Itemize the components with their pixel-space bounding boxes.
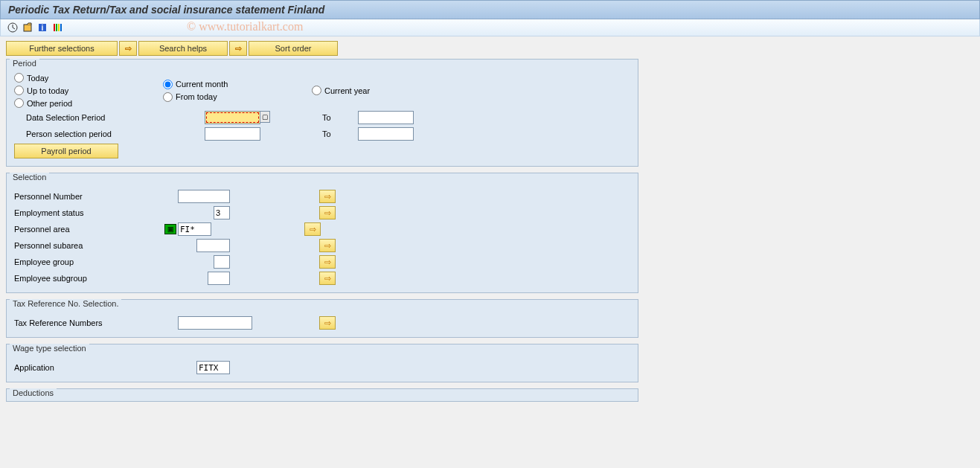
employment-status-label: Employment status	[14, 208, 178, 217]
radio-up-to-today[interactable]: Up to today	[14, 86, 133, 95]
selection-group: Selection Personnel Number ⇨ Employment …	[6, 173, 638, 293]
personnel-subarea-label: Personnel subarea	[14, 241, 178, 250]
personnel-number-multi-button[interactable]: ⇨	[319, 190, 336, 203]
application-label: Application	[14, 363, 178, 372]
period-group-title: Period	[10, 59, 39, 68]
employment-status-input[interactable]	[214, 206, 230, 219]
get-variant-icon[interactable]	[22, 22, 33, 33]
taxref-group: Tax Reference No. Selection. Tax Referen…	[6, 299, 638, 338]
further-selections-label: Further selections	[29, 44, 94, 53]
sort-order-button[interactable]: Sort order	[249, 41, 338, 56]
selection-group-title: Selection	[10, 173, 49, 182]
further-selections-button[interactable]: Further selections	[6, 41, 118, 56]
f4-help-icon[interactable]: ▢	[260, 111, 270, 123]
personnel-area-label: Personnel area	[14, 225, 164, 234]
personnel-area-multi-button[interactable]: ⇨	[304, 222, 321, 236]
personnel-area-input[interactable]	[178, 222, 211, 236]
svg-rect-3	[24, 25, 31, 31]
execute-icon[interactable]	[7, 22, 19, 33]
watermark-text: © www.tutorialkart.com	[187, 20, 303, 33]
selection-indicator-icon[interactable]: ▣	[164, 224, 176, 234]
title-bar: Periodic Tax Return/Tax and social insur…	[0, 0, 980, 19]
app-toolbar: i © www.tutorialkart.com	[0, 19, 980, 36]
wagetype-group: Wage type selection Application	[6, 344, 638, 382]
employee-group-input[interactable]	[214, 255, 230, 269]
arrow-right-icon: ⇨	[125, 44, 132, 54]
sort-order-arrow-button[interactable]: ⇨	[229, 41, 247, 56]
radio-other-period[interactable]: Other period	[14, 98, 133, 108]
to-label-1: To	[322, 113, 352, 122]
info-icon[interactable]: i	[36, 22, 48, 33]
person-selection-from-input[interactable]	[205, 127, 260, 141]
person-selection-period-label: Person selection period	[14, 129, 163, 138]
search-helps-button[interactable]: Search helps	[138, 41, 228, 56]
data-selection-to-input[interactable]	[358, 111, 414, 124]
personnel-subarea-input[interactable]	[196, 239, 230, 252]
period-group: Period Today Up to today Other period Cu…	[6, 59, 638, 167]
data-selection-from-input[interactable]	[205, 111, 260, 124]
search-helps-label: Search helps	[159, 44, 207, 53]
radio-current-month[interactable]: Current month	[163, 80, 282, 89]
tax-reference-multi-button[interactable]: ⇨	[319, 316, 336, 330]
employee-group-label: Employee group	[14, 257, 178, 266]
deductions-group: Deductions	[6, 388, 638, 402]
employee-group-multi-button[interactable]: ⇨	[319, 255, 336, 269]
payroll-period-button[interactable]: Payroll period	[14, 144, 118, 158]
sort-order-label: Sort order	[275, 44, 312, 53]
tax-reference-numbers-label: Tax Reference Numbers	[14, 318, 178, 327]
deductions-group-title: Deductions	[10, 388, 57, 397]
content-area: Further selections ⇨ Search helps ⇨ Sort…	[0, 36, 980, 412]
personnel-number-label: Personnel Number	[14, 192, 178, 201]
person-selection-to-input[interactable]	[358, 127, 414, 141]
radio-current-year[interactable]: Current year	[312, 86, 431, 95]
to-label-2: To	[322, 129, 352, 138]
arrow-right-icon: ⇨	[235, 44, 242, 54]
employee-subgroup-multi-button[interactable]: ⇨	[319, 272, 336, 285]
radio-from-today[interactable]: From today	[163, 92, 282, 102]
radio-today[interactable]: Today	[14, 73, 133, 83]
personnel-subarea-multi-button[interactable]: ⇨	[319, 239, 336, 252]
personnel-number-input[interactable]	[178, 190, 230, 203]
employee-subgroup-label: Employee subgroup	[14, 274, 178, 283]
search-helps-arrow-button[interactable]: ⇨	[119, 41, 137, 56]
tax-reference-numbers-input[interactable]	[178, 316, 252, 330]
data-selection-period-label: Data Selection Period	[14, 113, 163, 122]
org-structure-icon[interactable]	[51, 22, 63, 33]
employment-status-multi-button[interactable]: ⇨	[319, 206, 336, 219]
payroll-period-label: Payroll period	[41, 147, 91, 156]
page-title: Periodic Tax Return/Tax and social insur…	[8, 4, 324, 16]
selection-buttons-row: Further selections ⇨ Search helps ⇨ Sort…	[6, 41, 974, 56]
application-input[interactable]	[196, 361, 230, 374]
employee-subgroup-input[interactable]	[208, 272, 230, 285]
taxref-group-title: Tax Reference No. Selection.	[10, 299, 121, 308]
wagetype-group-title: Wage type selection	[10, 344, 89, 353]
svg-line-2	[13, 28, 15, 29]
svg-text:i: i	[42, 24, 44, 32]
